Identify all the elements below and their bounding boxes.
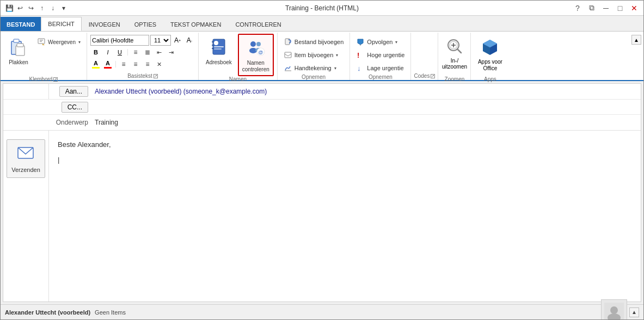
send-button[interactable]: Verzenden xyxy=(7,139,45,178)
decrease-indent-button[interactable]: ⇤ xyxy=(154,47,165,58)
align-center-button[interactable]: ≡ xyxy=(130,59,141,70)
contact-icon-button[interactable] xyxy=(601,299,627,321)
redo-icon[interactable]: ↪ xyxy=(27,4,35,13)
klembord-expander[interactable]: ↗ xyxy=(53,77,58,82)
clear-format-button[interactable]: ✕ xyxy=(154,59,165,70)
bestand-bijvoegen-button[interactable]: Bestand bijvoegen xyxy=(281,36,347,48)
numbering-button[interactable]: ≣ xyxy=(142,47,153,58)
status-bar: Alexander Uttecht (voorbeeld) Geen Items… xyxy=(1,304,643,319)
plakken-button[interactable]: Plakken xyxy=(4,34,33,76)
namen-content: Adresboek xyxy=(202,34,274,76)
subject-input[interactable] xyxy=(93,116,641,128)
opvolgen-dropdown-icon: ▾ xyxy=(395,40,397,45)
tab-tekst-opmaken[interactable]: TEKST OPMAKEN xyxy=(163,17,228,31)
weergeven-dropdown-icon: ▾ xyxy=(78,40,81,45)
svg-point-15 xyxy=(250,41,256,47)
bold-button[interactable]: B xyxy=(90,47,101,58)
body-line1: Beste Alexander, xyxy=(58,139,632,150)
help-button[interactable]: ? xyxy=(573,3,582,13)
save-icon[interactable]: 💾 xyxy=(5,4,14,13)
title-bar-left: 💾 ↩ ↪ ↑ ↓ ▾ xyxy=(5,4,68,13)
klembord-label: Klembord ↗ xyxy=(4,76,83,83)
handtekening-button[interactable]: Handtekening ▾ xyxy=(281,62,339,74)
mail-container: Aan... CC... Onderwerp xyxy=(3,83,641,302)
svg-text:!: ! xyxy=(357,51,359,59)
svg-marker-24 xyxy=(358,39,363,45)
font-color-button[interactable]: A xyxy=(102,59,113,70)
close-button[interactable]: ✕ xyxy=(629,3,639,13)
svg-rect-6 xyxy=(40,41,42,42)
status-scroll-button[interactable]: ▲ xyxy=(629,307,639,317)
ribbon-scroll-up-button[interactable]: ▲ xyxy=(631,35,641,45)
in-uitzoomen-button[interactable]: In-/ uitzoomen xyxy=(442,34,467,76)
adresboek-button[interactable]: Adresboek xyxy=(202,34,236,76)
minimize-button[interactable]: ─ xyxy=(601,3,611,13)
font-grow-button[interactable]: A+ xyxy=(172,35,183,46)
maximize-button[interactable]: □ xyxy=(615,3,625,13)
align-left-button[interactable]: ≡ xyxy=(118,59,129,70)
weergeven-button[interactable]: Weergeven ▾ xyxy=(34,36,83,48)
restore-button[interactable]: ⧉ xyxy=(587,3,597,13)
basistekst-expander[interactable]: ↗ xyxy=(154,74,158,78)
body-cursor: | xyxy=(58,155,632,165)
svg-rect-1 xyxy=(14,39,19,42)
down-icon[interactable]: ↓ xyxy=(48,4,57,13)
status-right: ▲ xyxy=(601,299,639,321)
tab-bestand[interactable]: BESTAND xyxy=(1,17,41,31)
zoomen-label: Zoomen xyxy=(441,76,467,83)
to-input[interactable] xyxy=(93,85,641,97)
hoge-urgentie-button[interactable]: ! Hoge urgentie xyxy=(353,49,407,61)
title-bar-controls: ? ⧉ ─ □ ✕ xyxy=(573,3,639,13)
bullets-button[interactable]: ≡ xyxy=(130,47,141,58)
opvolgen-icon xyxy=(356,38,365,46)
plakken-icon xyxy=(8,36,29,58)
svg-point-40 xyxy=(610,306,618,314)
codes-expander[interactable]: ↗ xyxy=(431,74,435,78)
apps-label: Apps xyxy=(474,76,506,83)
codes-label: Codes ↗ xyxy=(414,73,434,80)
ribbon-group-tags: Opvolgen ▾ ! Hoge urgentie xyxy=(350,33,411,80)
opvolgen-label: Opvolgen xyxy=(367,39,392,45)
item-bijvoegen-button[interactable]: Item bijvoegen ▾ xyxy=(281,49,341,61)
to-button[interactable]: Aan... xyxy=(59,86,88,97)
italic-button[interactable]: I xyxy=(102,47,113,58)
align-right-button[interactable]: ≡ xyxy=(142,59,153,70)
ribbon-wrapper: BESTAND BERICHT INVOEGEN OPTIES TEKST OP… xyxy=(1,16,643,81)
status-left: Alexander Uttecht (voorbeeld) Geen Items xyxy=(5,309,126,316)
svg-rect-10 xyxy=(214,46,224,47)
svg-rect-11 xyxy=(214,48,222,50)
font-size-select[interactable]: 11 xyxy=(150,35,171,46)
ribbon-scroll-area: ▲ xyxy=(631,33,643,80)
svg-rect-22 xyxy=(285,52,291,58)
highlight-button[interactable]: A xyxy=(90,59,101,70)
mail-body[interactable]: Beste Alexander, | xyxy=(49,131,641,301)
namen-controleren-button[interactable]: @ Namen controleren xyxy=(238,34,274,76)
underline-button[interactable]: U xyxy=(114,47,125,58)
opvolgen-button[interactable]: Opvolgen ▾ xyxy=(353,36,400,48)
font-shrink-button[interactable]: A- xyxy=(184,35,195,46)
cc-input[interactable] xyxy=(93,101,641,113)
lage-urgentie-button[interactable]: ↓ Lage urgentie xyxy=(353,62,406,74)
up-icon[interactable]: ↑ xyxy=(38,4,46,13)
tab-controleren[interactable]: CONTROLEREN xyxy=(228,17,288,31)
tab-opties[interactable]: OPTIES xyxy=(127,17,163,31)
svg-rect-13 xyxy=(212,45,214,46)
undo-icon[interactable]: ↩ xyxy=(16,4,24,13)
more-qa-icon[interactable]: ▾ xyxy=(59,4,68,13)
apps-voor-office-button[interactable]: Apps voor Office xyxy=(475,34,505,76)
tab-invoegen[interactable]: INVOEGEN xyxy=(82,17,127,31)
increase-indent-button[interactable]: ⇥ xyxy=(166,47,177,58)
item-bijvoegen-icon xyxy=(284,51,292,59)
cc-button[interactable]: CC... xyxy=(62,102,88,113)
ribbon-group-basistekst: Calibri (Hoofdte 11 A+ A- B I U xyxy=(87,33,199,80)
body-area: Verzenden Beste Alexander, | xyxy=(3,131,641,301)
send-area xyxy=(3,84,49,99)
apps-voor-office-label: Apps voor Office xyxy=(478,59,502,72)
apps-content: Apps voor Office xyxy=(475,34,505,76)
svg-rect-5 xyxy=(40,40,43,41)
tab-bericht[interactable]: BERICHT xyxy=(41,17,81,31)
namen-label: Namen xyxy=(202,76,274,83)
font-name-select[interactable]: Calibri (Hoofdte xyxy=(90,35,149,46)
zoomen-content: In-/ uitzoomen xyxy=(442,34,467,76)
main-content: Aan... CC... Onderwerp xyxy=(1,81,643,304)
